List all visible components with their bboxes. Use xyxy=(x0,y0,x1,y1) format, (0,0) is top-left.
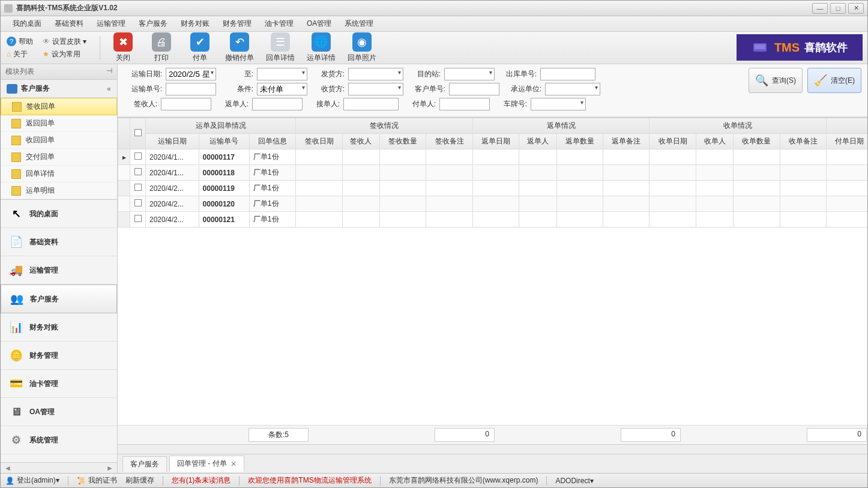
toolbar-photo-button[interactable]: ◉回单照片 xyxy=(348,32,376,63)
main-panel: 运输日期:至:发货方:目的站:出库单号: 运输单号:条件:收货方:客户单号:承运… xyxy=(118,64,867,473)
tab-close-icon[interactable]: ✕ xyxy=(231,460,237,468)
field-label: 承运单位: xyxy=(503,84,541,94)
nav-item-0[interactable]: ↖我的桌面 xyxy=(1,200,117,228)
cert-button[interactable]: 📜我的证书 xyxy=(77,475,117,486)
favorite-button[interactable]: ★设为常用 xyxy=(43,49,86,59)
field-label: 条件: xyxy=(220,84,253,94)
menu-8[interactable]: 系统管理 xyxy=(339,17,379,31)
tab-0[interactable]: 客户服务 xyxy=(122,456,167,472)
tree-item-3[interactable]: 交付回单 xyxy=(1,149,117,166)
table-row[interactable]: 2020/4/2...00000119厂单1份 xyxy=(118,181,868,196)
help-button[interactable]: ?帮助 xyxy=(7,37,33,47)
filter-input[interactable] xyxy=(257,83,307,95)
skin-button[interactable]: 👁设置皮肤 ▾ xyxy=(43,37,86,47)
tree-head[interactable]: 客户服务« xyxy=(1,80,117,98)
scroll-left-icon[interactable]: ◄ xyxy=(4,464,11,472)
tree-item-0[interactable]: 签收回单 xyxy=(1,98,117,115)
window-title: 喜鹊科技-TMS系统企业版V1.02 xyxy=(16,3,812,13)
filter-input[interactable] xyxy=(348,83,403,95)
logout-button[interactable]: 👤登出(admin)▾ xyxy=(5,475,59,486)
tab-1[interactable]: 回单管理 - 付单✕ xyxy=(169,456,244,472)
row-checkbox[interactable] xyxy=(134,168,142,175)
menu-7[interactable]: OA管理 xyxy=(301,17,337,31)
field-label: 出库单号: xyxy=(498,69,537,79)
nav-item-7[interactable]: 🖥OA管理 xyxy=(1,398,117,426)
nav-item-3[interactable]: 👥客户服务 xyxy=(1,285,117,313)
welcome-text: 欢迎您使用喜鹊TMS物流运输管理系统 xyxy=(248,475,371,486)
field-label: 目的站: xyxy=(407,69,441,79)
refresh-cache-button[interactable]: 刷新缓存 xyxy=(125,475,154,486)
filter-input[interactable] xyxy=(252,98,303,110)
panel-header: 模块列表⊣ xyxy=(1,64,117,80)
menubar: 我的桌面基础资料运输管理客户服务财务对账财务管理油卡管理OA管理系统管理 xyxy=(1,16,867,32)
minimize-button[interactable]: — xyxy=(812,3,828,14)
tree-item-1[interactable]: 返回回单 xyxy=(1,115,117,132)
toolbar-print-button[interactable]: 🖨打印 xyxy=(148,32,175,63)
horizontal-scrollbar[interactable] xyxy=(118,444,867,454)
tree-item-5[interactable]: 运单明细 xyxy=(1,182,117,199)
field-label: 返单人: xyxy=(215,99,249,109)
toolbar: ?帮助 ⌂关于 👁设置皮肤 ▾ ★设为常用 ✖关闭🖨打印✔付单↶撤销付单☰回单详… xyxy=(1,32,867,64)
tabs: 客户服务回单管理 - 付单✕ xyxy=(118,454,867,473)
summary-v2: 0 xyxy=(621,428,681,442)
tree-item-4[interactable]: 回单详情 xyxy=(1,166,117,182)
filter-input[interactable] xyxy=(531,98,586,110)
filter-input[interactable] xyxy=(166,83,216,95)
menu-1[interactable]: 基础资料 xyxy=(49,17,89,31)
about-button[interactable]: ⌂关于 xyxy=(7,49,33,59)
menu-4[interactable]: 财务对账 xyxy=(175,17,215,31)
tree-item-2[interactable]: 收回回单 xyxy=(1,132,117,149)
menu-3[interactable]: 客户服务 xyxy=(133,17,173,31)
menu-0[interactable]: 我的桌面 xyxy=(7,17,47,31)
filter-input[interactable] xyxy=(166,68,216,80)
filter-input[interactable] xyxy=(161,98,211,110)
maximize-button[interactable]: □ xyxy=(830,3,846,14)
filter-input[interactable] xyxy=(257,68,307,80)
field-label: 接单人: xyxy=(306,99,340,109)
nav-item-1[interactable]: 📄基础资料 xyxy=(1,228,117,256)
nav-item-8[interactable]: ⚙系统管理 xyxy=(1,426,117,454)
table-row[interactable]: 2020/4/1...00000118厂单1份 xyxy=(118,165,868,181)
row-checkbox[interactable] xyxy=(134,199,142,206)
row-checkbox[interactable] xyxy=(134,184,142,191)
nav-item-4[interactable]: 📊财务对账 xyxy=(1,313,117,342)
logo: TMS喜鹊软件 xyxy=(737,34,863,61)
unread-messages[interactable]: 您有(1)条未读消息 xyxy=(172,475,231,486)
summary-v3: 0 xyxy=(807,428,867,442)
scroll-right-icon[interactable]: ► xyxy=(106,464,113,472)
clear-button[interactable]: 🧹清空(E) xyxy=(807,68,861,93)
toolbar-undo-button[interactable]: ↶撤销付单 xyxy=(225,32,254,63)
field-label: 签收人: xyxy=(124,99,157,109)
summary-count: 条数:5 xyxy=(249,428,309,442)
grid[interactable]: 运单及回单情况签收情况返单情况收单情况付单情况运输日期运输单号回单信息签收日期签… xyxy=(118,117,867,425)
filter-input[interactable] xyxy=(540,68,595,80)
menu-5[interactable]: 财务管理 xyxy=(217,17,258,31)
filter-input[interactable] xyxy=(439,98,490,110)
filter-input[interactable] xyxy=(444,68,495,80)
filter-input[interactable] xyxy=(348,68,403,80)
toolbar-detail-button[interactable]: ☰回单详情 xyxy=(266,32,295,63)
company-link[interactable]: 东莞市喜鹊网络科技有限公司(www.xqerp.com) xyxy=(389,475,538,486)
pin-icon[interactable]: ⊣ xyxy=(106,67,112,77)
toolbar-ship-button[interactable]: 🌐运单详情 xyxy=(307,32,336,63)
search-button[interactable]: 🔍查询(S) xyxy=(749,68,803,93)
filter-input[interactable] xyxy=(343,98,399,110)
nav-item-5[interactable]: 🪙财务管理 xyxy=(1,342,117,370)
toolbar-pay-button[interactable]: ✔付单 xyxy=(187,32,213,63)
field-label: 发货方: xyxy=(311,69,345,79)
row-checkbox[interactable] xyxy=(134,152,142,160)
toolbar-close-button[interactable]: ✖关闭 xyxy=(110,32,136,63)
row-checkbox[interactable] xyxy=(134,215,142,222)
nav-item-2[interactable]: 🚚运输管理 xyxy=(1,256,117,285)
table-row[interactable]: 2020/4/2...00000120厂单1份 xyxy=(118,196,868,212)
menu-6[interactable]: 油卡管理 xyxy=(259,17,300,31)
db-mode[interactable]: ADODirect▾ xyxy=(555,477,593,485)
field-label: 车牌号: xyxy=(493,99,527,109)
filter-input[interactable] xyxy=(545,83,600,95)
close-button[interactable]: ✕ xyxy=(848,3,864,14)
filter-input[interactable] xyxy=(449,83,499,95)
table-row[interactable]: 2020/4/2...00000121厂单1份 xyxy=(118,212,868,227)
table-row[interactable]: ▸2020/4/1...00000117厂单1份 xyxy=(118,149,868,165)
nav-item-6[interactable]: 💳油卡管理 xyxy=(1,370,117,398)
menu-2[interactable]: 运输管理 xyxy=(91,17,131,31)
